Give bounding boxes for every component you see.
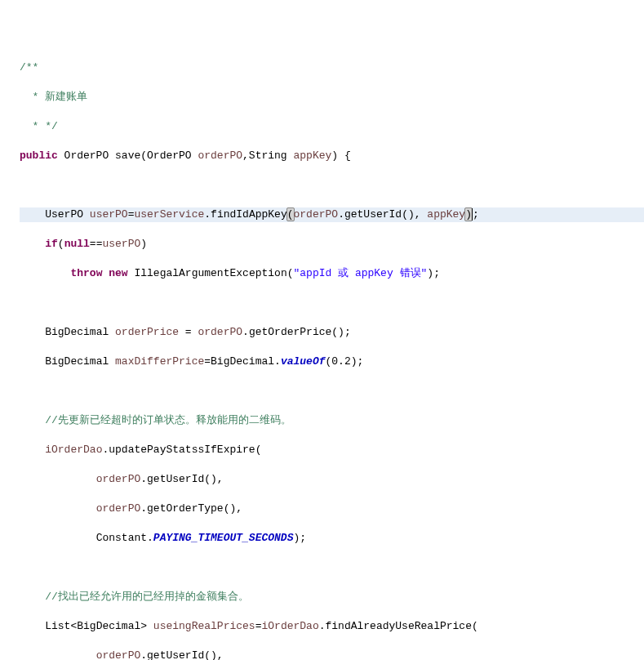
- code-line: public OrderPO save(OrderPO orderPO,Stri…: [20, 149, 644, 163]
- code-line: * */: [20, 119, 644, 134]
- javadoc-end: * */: [26, 120, 58, 132]
- code-line: //找出已经允许用的已经用掉的金额集合。: [20, 590, 644, 604]
- blank-line: [20, 384, 644, 399]
- string-literal: "appId 或 appKey 错误": [294, 267, 428, 279]
- code-line: /**: [20, 60, 644, 75]
- code-line: Constant.PAYING_TIMEOUT_SECONDS);: [20, 531, 644, 546]
- code-line: orderPO.getUserId(),: [20, 649, 644, 660]
- javadoc-start: /**: [20, 61, 38, 74]
- code-line: orderPO.getOrderType(),: [20, 502, 644, 516]
- blank-line: [20, 178, 644, 193]
- keyword-public: public: [20, 149, 58, 162]
- blank-line: [20, 296, 644, 310]
- highlighted-line: UserPO userPO=userService.findIdAppKey(o…: [20, 207, 644, 222]
- code-line: List<BigDecimal> useingRealPrices=iOrder…: [20, 619, 644, 634]
- code-line: if(null==userPO): [20, 237, 644, 252]
- static-field: PAYING_TIMEOUT_SECONDS: [153, 532, 294, 544]
- line-comment: //先更新已经超时的订单状态。释放能用的二维码。: [45, 414, 291, 426]
- code-line: orderPO.getUserId(),: [20, 472, 644, 487]
- code-line: iOrderDao.updatePayStatssIfExpire(: [20, 443, 644, 457]
- blank-line: [20, 560, 644, 575]
- static-method: valueOf: [281, 355, 326, 368]
- code-line: BigDecimal maxDifferPrice=BigDecimal.val…: [20, 355, 644, 369]
- code-line: //先更新已经超时的订单状态。释放能用的二维码。: [20, 413, 644, 428]
- code-line: throw new IllegalArgumentException("appI…: [20, 266, 644, 281]
- line-comment: //找出已经允许用的已经用掉的金额集合。: [45, 591, 249, 603]
- code-line: BigDecimal orderPrice = orderPO.getOrder…: [20, 325, 644, 340]
- code-line: * 新建账单: [20, 90, 644, 105]
- javadoc-text: * 新建账单: [26, 91, 87, 103]
